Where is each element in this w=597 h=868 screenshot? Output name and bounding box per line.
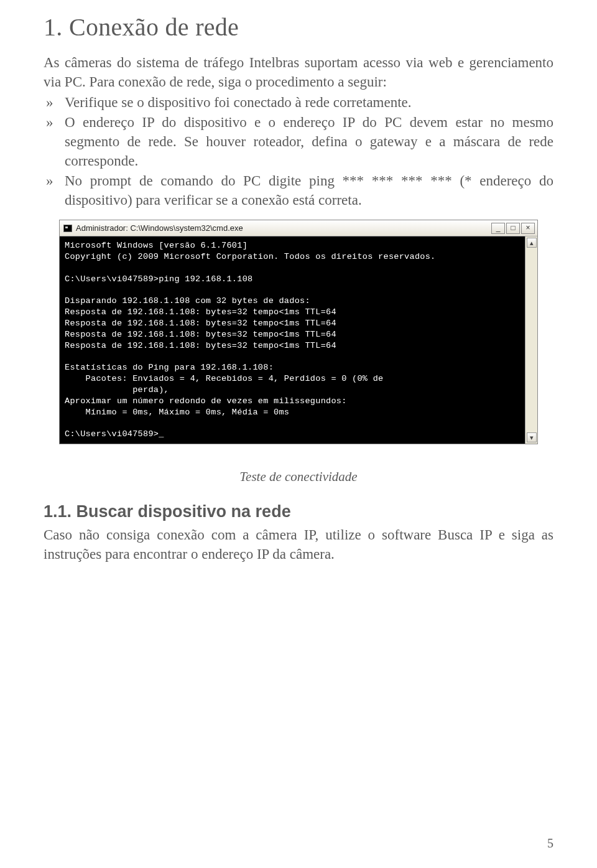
cmd-title-text: Administrador: C:\Windows\system32\cmd.e… — [76, 223, 243, 233]
scroll-down-icon[interactable]: ▾ — [527, 432, 537, 442]
close-button[interactable]: × — [521, 223, 535, 234]
scroll-up-icon[interactable]: ▴ — [527, 238, 537, 248]
cmd-app-icon — [63, 225, 72, 232]
section-heading: 1. Conexão de rede — [44, 12, 553, 42]
intro-paragraph: As câmeras do sistema de tráfego Intelbr… — [44, 53, 553, 91]
instruction-list: Verifique se o dispositivo foi conectado… — [44, 93, 553, 210]
list-item: O endereço IP do dispositivo e o endereç… — [65, 113, 553, 170]
cmd-scrollbar[interactable]: ▴ ▾ — [525, 236, 537, 444]
cmd-titlebar: Administrador: C:\Windows\system32\cmd.e… — [60, 220, 537, 236]
cmd-window: Administrador: C:\Windows\system32\cmd.e… — [59, 220, 538, 444]
cmd-output: Microsoft Windows [versão 6.1.7601] Copy… — [60, 236, 525, 444]
window-buttons: _ □ × — [491, 223, 535, 234]
subsection-body: Caso não consiga conexão com a câmera IP… — [44, 525, 553, 564]
list-item: No prompt de comando do PC digite ping *… — [65, 171, 553, 210]
minimize-button[interactable]: _ — [491, 223, 505, 234]
subsection-heading: 1.1. Buscar dispositivo na rede — [44, 502, 553, 521]
figure-caption: Teste de conectividade — [44, 469, 553, 485]
page-number: 5 — [547, 836, 553, 851]
maximize-button[interactable]: □ — [506, 223, 520, 234]
list-item: Verifique se o dispositivo foi conectado… — [65, 93, 553, 112]
